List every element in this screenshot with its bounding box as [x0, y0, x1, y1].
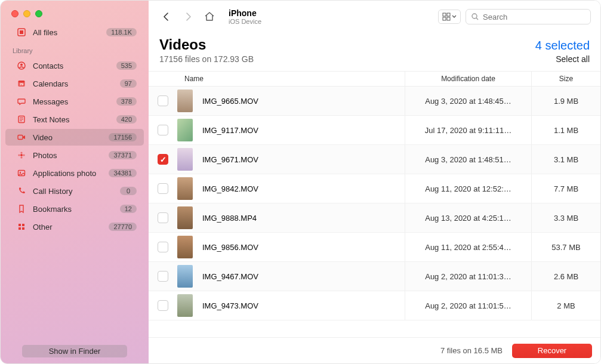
table-row[interactable]: IMG_9665.MOV Aug 3, 2020 at 1:48:45… 1.9… [149, 87, 600, 116]
svg-rect-25 [443, 17, 446, 20]
selected-count: 4 selected [535, 39, 590, 53]
footer-selection-info: 7 files on 16.5 MB [440, 346, 503, 355]
table-row[interactable]: IMG_9473.MOV Aug 2, 2020 at 11:01:5… 2 M… [149, 291, 600, 320]
row-checkbox[interactable] [158, 125, 168, 135]
sidebar-item-photos[interactable]: Photos 37371 [5, 147, 144, 164]
apps-photo-icon [16, 168, 27, 178]
row-date: Aug 2, 2020 at 11:01:3… [405, 262, 531, 291]
row-filename: IMG_9671.MOV [202, 155, 258, 164]
select-all-button[interactable]: Select all [535, 54, 590, 64]
sidebar-item-calendars[interactable]: 29 Calendars 97 [5, 75, 144, 92]
svg-point-15 [18, 154, 20, 156]
table-row[interactable]: IMG_9842.MOV Aug 11, 2020 at 12:52:… 7.7… [149, 174, 600, 203]
sidebar-item-badge: 97 [120, 79, 137, 88]
zoom-window-button[interactable] [35, 10, 42, 17]
column-size[interactable]: Size [531, 72, 600, 86]
table-header: Name Modification date Size [149, 71, 600, 87]
row-checkbox[interactable] [158, 183, 168, 194]
sidebar-item-badge: 12 [120, 205, 137, 213]
device-info: iPhone iOS Device [229, 8, 261, 25]
page-title: Videos [159, 36, 535, 53]
sidebar-item-label: Messages [33, 97, 116, 106]
row-size: 1.1 MB [531, 116, 600, 144]
video-icon [16, 132, 27, 143]
home-button[interactable] [201, 8, 218, 25]
forward-button[interactable] [180, 8, 196, 25]
svg-rect-20 [22, 224, 24, 226]
table-row[interactable]: IMG_9671.MOV Aug 3, 2020 at 1:48:51… 3.1… [149, 145, 600, 174]
view-mode-toggle[interactable] [438, 10, 461, 24]
svg-point-3 [20, 64, 23, 66]
svg-rect-11 [18, 135, 23, 140]
table-row[interactable]: IMG_9888.MP4 Aug 13, 2020 at 4:25:1… 3.3… [149, 203, 600, 233]
row-checkbox[interactable] [158, 300, 168, 311]
row-checkbox[interactable] [158, 154, 168, 165]
row-filename: IMG_9856.MOV [202, 243, 258, 252]
row-checkbox[interactable] [158, 242, 168, 252]
all-files-icon [16, 27, 27, 38]
sidebar-item-bookmarks[interactable]: Bookmarks 12 [5, 200, 144, 217]
row-checkbox[interactable] [158, 95, 168, 106]
table-row[interactable]: IMG_9117.MOV Jul 17, 2020 at 9:11:11… 1.… [149, 116, 600, 145]
row-size: 3.1 MB [531, 145, 600, 174]
show-in-finder-button[interactable]: Show in Finder [22, 345, 127, 357]
row-filename: IMG_9665.MOV [202, 97, 258, 106]
svg-rect-23 [443, 13, 446, 16]
search-input[interactable] [483, 13, 585, 21]
sidebar-item-label: Bookmarks [33, 205, 120, 214]
minimize-window-button[interactable] [23, 10, 30, 17]
bookmark-icon [16, 203, 27, 214]
svg-rect-22 [22, 227, 24, 230]
svg-point-18 [20, 172, 21, 173]
sidebar-item-all-files[interactable]: All files 118.1K [5, 24, 144, 41]
sidebar-item-label: Video [33, 133, 109, 142]
row-filename: IMG_9117.MOV [202, 126, 258, 135]
row-thumbnail [177, 119, 193, 141]
table-row[interactable]: IMG_9856.MOV Aug 11, 2020 at 2:55:4… 53.… [149, 233, 600, 262]
file-list[interactable]: IMG_9665.MOV Aug 3, 2020 at 1:48:45… 1.9… [149, 87, 600, 337]
main-panel: iPhone iOS Device Videos 17156 files on … [149, 1, 600, 363]
row-size: 53.7 MB [531, 233, 600, 261]
sidebar-item-call-history[interactable]: Call History 0 [5, 183, 144, 199]
sidebar-item-text-notes[interactable]: Text Notes 420 [5, 111, 144, 128]
svg-point-27 [472, 14, 477, 18]
sidebar-item-label: Contacts [33, 61, 116, 70]
row-thumbnail [177, 177, 193, 200]
row-checkbox[interactable] [158, 271, 168, 282]
search-icon [471, 13, 479, 21]
column-date[interactable]: Modification date [405, 72, 531, 86]
footer: 7 files on 16.5 MB Recover [149, 337, 600, 363]
column-name[interactable]: Name [177, 75, 405, 83]
row-size: 3.3 MB [531, 203, 600, 232]
row-thumbnail [177, 148, 193, 171]
close-window-button[interactable] [11, 10, 19, 17]
notes-icon [16, 114, 27, 125]
sidebar-item-badge: 37371 [109, 151, 137, 159]
sidebar-item-other[interactable]: Other 27770 [5, 218, 144, 235]
row-date: Jul 17, 2020 at 9:11:11… [405, 116, 531, 144]
contacts-icon [16, 60, 27, 71]
row-date: Aug 11, 2020 at 12:52:… [405, 174, 531, 203]
svg-point-14 [20, 156, 22, 158]
sidebar-item-label: All files [33, 28, 106, 37]
row-date: Aug 3, 2020 at 1:48:45… [405, 87, 531, 115]
sidebar-item-label: Call History [33, 187, 120, 196]
sidebar-item-messages[interactable]: Messages 378 [5, 93, 144, 110]
search-box[interactable] [466, 9, 591, 24]
sidebar-footer: Show in Finder [1, 339, 149, 363]
sidebar-item-applications-photo[interactable]: Applications photo 34381 [5, 165, 144, 181]
phone-icon [16, 186, 27, 196]
sidebar-item-contacts[interactable]: Contacts 535 [5, 57, 144, 74]
back-button[interactable] [158, 8, 175, 25]
row-filename: IMG_9842.MOV [202, 184, 258, 193]
row-checkbox[interactable] [158, 212, 168, 223]
svg-rect-21 [19, 227, 21, 230]
row-date: Aug 2, 2020 at 11:01:5… [405, 291, 531, 320]
sidebar-item-label: Calendars [33, 79, 120, 88]
sidebar-item-video[interactable]: Video 17156 [5, 129, 144, 146]
recover-button[interactable]: Recover [512, 344, 592, 358]
app-window: All files 118.1K Library Contacts 535 29… [0, 0, 601, 364]
sidebar-item-label: Photos [33, 151, 109, 160]
table-row[interactable]: IMG_9467.MOV Aug 2, 2020 at 11:01:3… 2.6… [149, 262, 600, 291]
row-size: 1.9 MB [531, 87, 600, 115]
